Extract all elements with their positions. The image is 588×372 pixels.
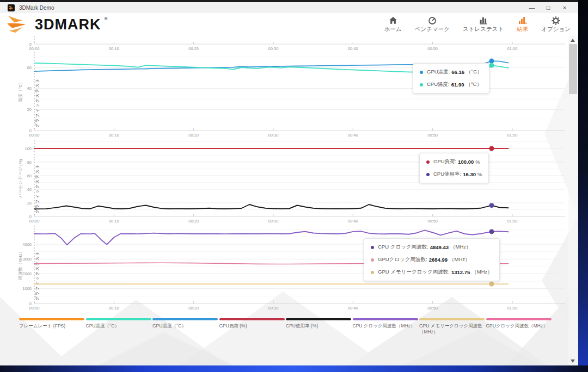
axis-tick-label: 00:50 — [427, 46, 438, 51]
app-window: 3DMark Demo — □ × 3DMARK ® ホームベンチマークストレス… — [0, 0, 578, 365]
legend-item[interactable]: CPU クロック周波数（MHz） — [353, 318, 418, 335]
tooltip-dot — [420, 71, 423, 74]
tooltip-unit: （°C） — [465, 81, 482, 88]
legend-color-bar — [419, 318, 485, 320]
tooltip-dot — [371, 246, 374, 249]
tooltip-unit: （MHz） — [449, 256, 470, 263]
scrollbar-down-arrow[interactable] — [571, 359, 575, 363]
axis-tick-label: 00:20 — [188, 46, 199, 51]
legend-label: CPU クロック周波数（MHz） — [353, 323, 418, 329]
tooltip-row: GPU負荷:100.00% — [426, 158, 482, 165]
axis-tick-label: 01:00 — [507, 219, 518, 224]
legend-label: GPU メモリークロック周波数（MHz） — [419, 323, 485, 335]
axis-tick-label: 00:50 — [427, 133, 438, 138]
legend-label: GPU温度（°C） — [152, 323, 218, 329]
scrollbar[interactable] — [568, 36, 578, 365]
axis-tick-label: 00:30 — [268, 46, 279, 51]
tooltip-unit: （MHz） — [450, 244, 471, 251]
axis-tick-label: 00:20 — [188, 133, 199, 138]
tooltip-label: CPU使用率: — [433, 171, 461, 178]
legend-item[interactable]: GPUクロック周波数（MHz） — [486, 318, 552, 335]
axis-tick-label: 60 — [27, 173, 32, 178]
desktop-bottom-strip — [0, 365, 588, 372]
axis-tick-label: 00:00 — [29, 133, 40, 138]
axis-tick-label: 40 — [27, 187, 32, 192]
series-marker[interactable] — [489, 282, 494, 287]
nav-item-stresstest[interactable]: ストレステスト — [463, 16, 504, 33]
series-marker[interactable] — [489, 146, 494, 151]
nav-item-home[interactable]: ホーム — [384, 16, 402, 33]
series-marker[interactable] — [489, 229, 494, 234]
series-marker[interactable] — [489, 203, 494, 208]
legend-label: フレームレート (FPS) — [19, 323, 84, 329]
axis-tick-label: 100 — [24, 146, 32, 151]
axis-tick-label: 1000 — [22, 286, 32, 291]
legend-color-bar — [86, 318, 151, 320]
legend-color-bar — [286, 318, 351, 320]
minimize-button[interactable]: — — [524, 2, 540, 13]
legend-color-bar — [19, 318, 84, 320]
legend-color-bar — [219, 318, 285, 320]
tooltip-dot — [426, 173, 430, 176]
axis-tick-label: 00:40 — [348, 219, 358, 224]
nav-label: ホーム — [384, 26, 402, 33]
axis-tick-label: 80 — [27, 160, 32, 165]
logo-flame-icon — [7, 15, 32, 34]
tooltip-value: 1312.75 — [451, 269, 470, 275]
legend-item[interactable]: GPU負荷 (%) — [219, 318, 285, 335]
axis-tick-label: 01:00 — [507, 46, 518, 51]
series-marker[interactable] — [489, 59, 494, 64]
tooltip-label: CPU クロック周波数: — [378, 244, 428, 251]
nav-item-benchmark[interactable]: ベンチマーク — [415, 16, 450, 33]
y-axis-title: 温度（°C） — [18, 80, 23, 102]
scrollbar-up-arrow[interactable] — [571, 39, 575, 42]
tooltip-unit: （°C） — [466, 69, 482, 76]
home-icon — [388, 16, 398, 25]
tooltip-value: 66.16 — [451, 69, 464, 75]
results-icon — [518, 16, 528, 25]
axis-tick-label: 00:30 — [268, 133, 279, 138]
axis-tick-label: 00:40 — [348, 46, 358, 51]
legend-item[interactable]: CPU温度（°C） — [86, 318, 151, 335]
scrollbar-thumb[interactable] — [569, 44, 577, 94]
tooltip-dot — [426, 160, 430, 164]
window-title: 3DMark Demo — [19, 5, 524, 11]
gauge-icon — [427, 16, 437, 25]
desktop-background: 3DMark Demo — □ × 3DMARK ® ホームベンチマークストレス… — [0, 0, 588, 372]
app-icon-flame — [9, 5, 14, 10]
tooltip-value: 2684.99 — [429, 257, 448, 263]
legend-item[interactable]: GPU温度（°C） — [152, 318, 218, 335]
chart-framerate-partial[interactable]: 000:0000:1000:2000:3000:4000:5001:00 — [29, 36, 565, 51]
axis-tick-label: 01:00 — [507, 306, 518, 311]
logo-text: 3DMARK — [35, 15, 101, 34]
chart-annotation: グラフィックステスト — [35, 164, 40, 214]
titlebar[interactable]: 3DMark Demo — □ × — [0, 0, 578, 13]
axis-tick-label: 20 — [27, 201, 32, 206]
axis-tick-label: 00:00 — [29, 219, 40, 224]
tooltip-label: GPUクロック周波数: — [378, 256, 427, 263]
charts-canvas[interactable]: 000:0000:1000:2000:3000:4000:5001:000204… — [0, 36, 578, 365]
series-line[interactable] — [34, 204, 509, 209]
legend-item[interactable]: フレームレート (FPS) — [19, 318, 84, 335]
legend-label: GPU負荷 (%) — [219, 323, 285, 329]
logo-registered-mark: ® — [105, 16, 108, 21]
chart-legend: フレームレート (FPS)CPU温度（°C）GPU温度（°C）GPU負荷 (%)… — [19, 318, 552, 335]
app-icon — [8, 4, 15, 11]
legend-item[interactable]: CPU使用率 (%) — [286, 318, 351, 335]
tooltip-unit: % — [477, 171, 482, 177]
axis-tick-label: 20 — [27, 107, 32, 112]
content-area: 000:0000:1000:2000:3000:4000:5001:000204… — [0, 36, 578, 365]
nav-item-results[interactable]: 結果 — [517, 16, 528, 33]
tooltip-dot — [420, 83, 423, 86]
series-marker[interactable] — [489, 63, 494, 68]
chart-annotation: グラフィックステスト — [35, 78, 40, 128]
nav-item-options[interactable]: オプション — [541, 16, 571, 33]
legend-item[interactable]: GPU メモリークロック周波数（MHz） — [419, 318, 485, 335]
close-button[interactable]: × — [556, 2, 573, 13]
tooltip-label: GPU温度: — [427, 69, 450, 76]
axis-tick-label: 00:50 — [427, 219, 438, 224]
axis-tick-label: 00:50 — [427, 306, 438, 311]
maximize-button[interactable]: □ — [540, 2, 556, 13]
axis-tick-label: 00:00 — [29, 46, 40, 51]
y-axis-title: パーセンテージ (%) — [18, 159, 23, 199]
